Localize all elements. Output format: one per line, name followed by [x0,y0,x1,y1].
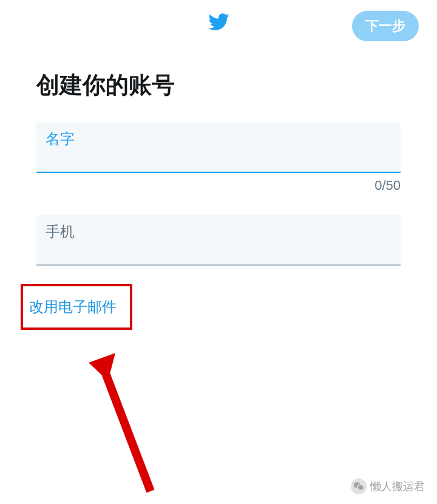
page-title: 创建你的账号 [36,70,401,101]
phone-input-label: 手机 [46,222,391,241]
highlight-box: 改用电子邮件 [21,284,132,330]
use-email-link[interactable]: 改用电子邮件 [29,298,117,315]
name-char-counter: 0/50 [36,178,401,193]
content-area: 创建你的账号 名字 0/50 手机 改用电子邮件 [0,70,437,330]
next-button[interactable]: 下一步 [352,11,419,41]
svg-marker-2 [89,353,115,381]
annotation-arrow-icon [84,352,169,503]
twitter-logo-icon [208,11,229,35]
watermark-text: 懒人搬运君 [370,479,425,494]
name-input[interactable]: 名字 [36,122,401,173]
wechat-icon [351,479,367,494]
header: 下一步 [0,0,437,45]
name-input-label: 名字 [46,129,391,149]
phone-input[interactable]: 手机 [36,215,401,266]
svg-line-1 [102,364,151,491]
watermark: 懒人搬运君 [351,479,425,494]
